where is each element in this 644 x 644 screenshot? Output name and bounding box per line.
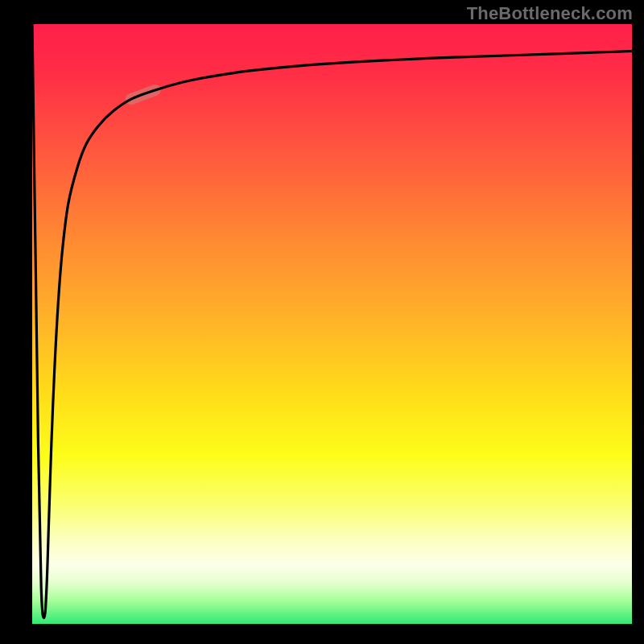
gradient-background [32,24,632,624]
watermark-text: TheBottleneck.com [467,3,633,24]
chart-frame: TheBottleneck.com [0,0,644,644]
plot-area [32,24,632,624]
